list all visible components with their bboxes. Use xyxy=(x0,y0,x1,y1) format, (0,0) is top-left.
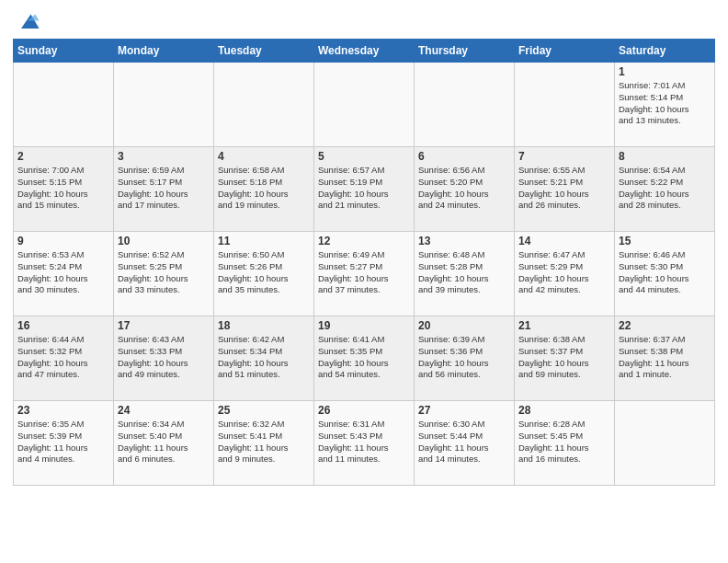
day-cell: 26Sunrise: 6:31 AM Sunset: 5:43 PM Dayli… xyxy=(314,401,415,486)
day-number: 10 xyxy=(118,235,210,247)
day-number: 4 xyxy=(218,150,310,163)
day-info: Sunrise: 6:56 AM Sunset: 5:20 PM Dayligh… xyxy=(418,165,510,212)
day-cell: 15Sunrise: 6:46 AM Sunset: 5:30 PM Dayli… xyxy=(615,232,715,316)
day-info: Sunrise: 6:39 AM Sunset: 5:36 PM Dayligh… xyxy=(418,334,510,381)
day-info: Sunrise: 6:42 AM Sunset: 5:34 PM Dayligh… xyxy=(218,334,310,381)
weekday-friday: Friday xyxy=(515,40,615,63)
day-number: 23 xyxy=(17,404,109,417)
day-cell: 14Sunrise: 6:47 AM Sunset: 5:29 PM Dayli… xyxy=(515,232,615,316)
day-cell xyxy=(415,63,515,147)
day-info: Sunrise: 6:47 AM Sunset: 5:29 PM Dayligh… xyxy=(518,249,610,296)
day-cell xyxy=(114,63,214,147)
day-info: Sunrise: 6:49 AM Sunset: 5:27 PM Dayligh… xyxy=(318,249,410,296)
day-info: Sunrise: 6:30 AM Sunset: 5:44 PM Dayligh… xyxy=(418,419,510,465)
day-number: 5 xyxy=(318,150,410,163)
day-number: 2 xyxy=(17,150,109,163)
day-info: Sunrise: 6:44 AM Sunset: 5:32 PM Dayligh… xyxy=(17,334,109,381)
day-cell: 10Sunrise: 6:52 AM Sunset: 5:25 PM Dayli… xyxy=(114,232,214,316)
day-cell: 5Sunrise: 6:57 AM Sunset: 5:19 PM Daylig… xyxy=(314,147,415,232)
day-info: Sunrise: 6:43 AM Sunset: 5:33 PM Dayligh… xyxy=(118,334,210,381)
day-info: Sunrise: 6:41 AM Sunset: 5:35 PM Dayligh… xyxy=(318,334,410,381)
day-number: 11 xyxy=(218,235,310,247)
day-number: 21 xyxy=(518,319,610,332)
week-row-2: 2Sunrise: 7:00 AM Sunset: 5:15 PM Daylig… xyxy=(14,147,715,232)
day-cell: 25Sunrise: 6:32 AM Sunset: 5:41 PM Dayli… xyxy=(214,401,314,486)
weekday-monday: Monday xyxy=(114,40,214,63)
day-cell: 28Sunrise: 6:28 AM Sunset: 5:45 PM Dayli… xyxy=(515,401,615,486)
day-info: Sunrise: 6:59 AM Sunset: 5:17 PM Dayligh… xyxy=(118,165,210,212)
day-cell: 20Sunrise: 6:39 AM Sunset: 5:36 PM Dayli… xyxy=(415,316,515,401)
day-info: Sunrise: 7:00 AM Sunset: 5:15 PM Dayligh… xyxy=(17,165,109,212)
logo-icon xyxy=(15,9,40,35)
week-row-1: 1Sunrise: 7:01 AM Sunset: 5:14 PM Daylig… xyxy=(14,63,715,147)
day-info: Sunrise: 6:55 AM Sunset: 5:21 PM Dayligh… xyxy=(518,165,610,212)
week-row-3: 9Sunrise: 6:53 AM Sunset: 5:24 PM Daylig… xyxy=(14,232,715,316)
day-cell: 6Sunrise: 6:56 AM Sunset: 5:20 PM Daylig… xyxy=(415,147,515,232)
day-number: 27 xyxy=(418,404,510,417)
day-cell: 24Sunrise: 6:34 AM Sunset: 5:40 PM Dayli… xyxy=(114,401,214,486)
day-cell: 7Sunrise: 6:55 AM Sunset: 5:21 PM Daylig… xyxy=(515,147,615,232)
day-info: Sunrise: 6:46 AM Sunset: 5:30 PM Dayligh… xyxy=(619,249,711,296)
weekday-header-row: SundayMondayTuesdayWednesdayThursdayFrid… xyxy=(14,40,715,63)
day-info: Sunrise: 6:54 AM Sunset: 5:22 PM Dayligh… xyxy=(619,165,711,212)
day-number: 9 xyxy=(17,235,109,247)
day-cell xyxy=(314,63,415,147)
weekday-saturday: Saturday xyxy=(615,40,715,63)
day-number: 1 xyxy=(619,65,711,78)
day-cell: 19Sunrise: 6:41 AM Sunset: 5:35 PM Dayli… xyxy=(314,316,415,401)
day-number: 6 xyxy=(418,150,510,163)
day-number: 8 xyxy=(619,150,711,163)
day-cell xyxy=(615,401,715,486)
day-info: Sunrise: 6:53 AM Sunset: 5:24 PM Dayligh… xyxy=(17,249,109,296)
weekday-sunday: Sunday xyxy=(14,40,114,63)
day-info: Sunrise: 6:50 AM Sunset: 5:26 PM Dayligh… xyxy=(218,249,310,296)
day-cell xyxy=(515,63,615,147)
day-cell xyxy=(14,63,114,147)
day-cell: 21Sunrise: 6:38 AM Sunset: 5:37 PM Dayli… xyxy=(515,316,615,401)
day-number: 20 xyxy=(418,319,510,332)
day-cell: 13Sunrise: 6:48 AM Sunset: 5:28 PM Dayli… xyxy=(415,232,515,316)
day-number: 25 xyxy=(218,404,310,417)
day-number: 28 xyxy=(518,404,610,417)
day-info: Sunrise: 6:31 AM Sunset: 5:43 PM Dayligh… xyxy=(318,419,410,465)
day-number: 12 xyxy=(318,235,410,247)
day-cell: 1Sunrise: 7:01 AM Sunset: 5:14 PM Daylig… xyxy=(615,63,715,147)
day-info: Sunrise: 6:34 AM Sunset: 5:40 PM Dayligh… xyxy=(118,419,210,465)
day-number: 14 xyxy=(518,235,610,247)
day-cell: 27Sunrise: 6:30 AM Sunset: 5:44 PM Dayli… xyxy=(415,401,515,486)
day-info: Sunrise: 6:38 AM Sunset: 5:37 PM Dayligh… xyxy=(518,334,610,381)
day-cell: 9Sunrise: 6:53 AM Sunset: 5:24 PM Daylig… xyxy=(14,232,114,316)
weekday-wednesday: Wednesday xyxy=(314,40,415,63)
day-cell: 3Sunrise: 6:59 AM Sunset: 5:17 PM Daylig… xyxy=(114,147,214,232)
day-cell: 12Sunrise: 6:49 AM Sunset: 5:27 PM Dayli… xyxy=(314,232,415,316)
day-number: 22 xyxy=(619,319,711,332)
day-number: 26 xyxy=(318,404,410,417)
logo xyxy=(13,13,40,31)
day-number: 19 xyxy=(318,319,410,332)
day-number: 17 xyxy=(118,319,210,332)
day-info: Sunrise: 6:57 AM Sunset: 5:19 PM Dayligh… xyxy=(318,165,410,212)
day-info: Sunrise: 6:32 AM Sunset: 5:41 PM Dayligh… xyxy=(218,419,310,465)
page: SundayMondayTuesdayWednesdayThursdayFrid… xyxy=(0,0,728,495)
day-info: Sunrise: 6:28 AM Sunset: 5:45 PM Dayligh… xyxy=(518,419,610,465)
day-cell: 16Sunrise: 6:44 AM Sunset: 5:32 PM Dayli… xyxy=(14,316,114,401)
header xyxy=(13,9,715,31)
day-number: 15 xyxy=(619,235,711,247)
day-cell: 23Sunrise: 6:35 AM Sunset: 5:39 PM Dayli… xyxy=(14,401,114,486)
day-number: 16 xyxy=(17,319,109,332)
weekday-thursday: Thursday xyxy=(415,40,515,63)
day-info: Sunrise: 6:48 AM Sunset: 5:28 PM Dayligh… xyxy=(418,249,510,296)
day-number: 18 xyxy=(218,319,310,332)
day-info: Sunrise: 7:01 AM Sunset: 5:14 PM Dayligh… xyxy=(619,80,711,127)
day-cell: 2Sunrise: 7:00 AM Sunset: 5:15 PM Daylig… xyxy=(14,147,114,232)
day-cell: 18Sunrise: 6:42 AM Sunset: 5:34 PM Dayli… xyxy=(214,316,314,401)
day-info: Sunrise: 6:35 AM Sunset: 5:39 PM Dayligh… xyxy=(17,419,109,465)
day-info: Sunrise: 6:52 AM Sunset: 5:25 PM Dayligh… xyxy=(118,249,210,296)
day-cell: 8Sunrise: 6:54 AM Sunset: 5:22 PM Daylig… xyxy=(615,147,715,232)
day-number: 7 xyxy=(518,150,610,163)
day-number: 3 xyxy=(118,150,210,163)
week-row-4: 16Sunrise: 6:44 AM Sunset: 5:32 PM Dayli… xyxy=(14,316,715,401)
day-number: 24 xyxy=(118,404,210,417)
day-info: Sunrise: 6:37 AM Sunset: 5:38 PM Dayligh… xyxy=(619,334,711,381)
day-info: Sunrise: 6:58 AM Sunset: 5:18 PM Dayligh… xyxy=(218,165,310,212)
